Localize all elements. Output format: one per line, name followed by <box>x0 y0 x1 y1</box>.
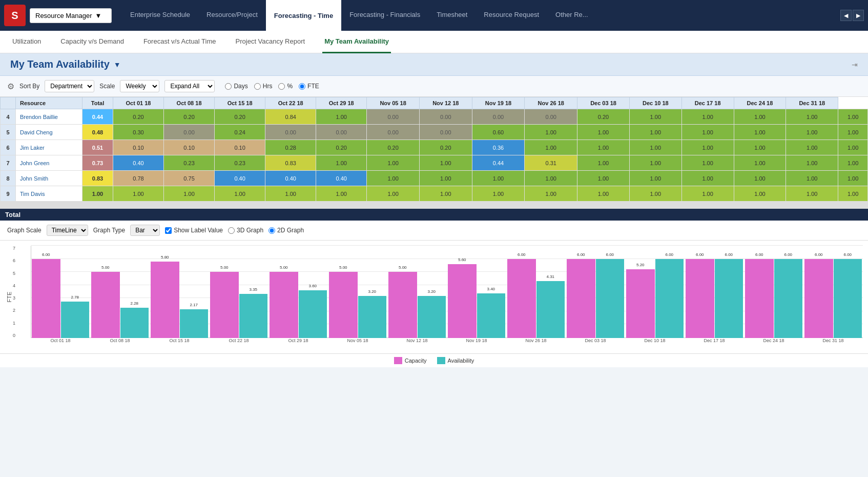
cell-value: 0.20 <box>577 109 630 125</box>
cell-value: 0.20 <box>215 109 265 125</box>
nav-item-other[interactable]: Other Re... <box>547 0 596 31</box>
col-dec10: Dec 10 18 <box>629 97 681 109</box>
capacity-bar: 6.00 <box>804 259 833 338</box>
resource-manager-label: Resource Manager <box>35 12 92 19</box>
collapse-icon[interactable]: ⇥ <box>852 61 858 69</box>
bar-group: 6.006.00 <box>685 246 744 338</box>
chart-section-title: Total <box>5 211 20 218</box>
cell-value: 1.00 <box>525 140 577 155</box>
cell-value: 1.00 <box>577 155 630 171</box>
page-title-dropdown-icon[interactable]: ▼ <box>114 61 121 69</box>
resource-name[interactable]: David Cheng <box>16 125 82 140</box>
availability-bar-label: 3.60 <box>308 284 317 288</box>
cell-value: 1.00 <box>577 140 630 155</box>
x-axis-label: Oct 15 18 <box>150 338 209 343</box>
legend-availability: Availability <box>437 357 474 364</box>
y-label-6: 6 <box>13 258 15 263</box>
col-dec03: Dec 03 18 <box>577 97 630 109</box>
cell-value: 0.28 <box>265 140 316 155</box>
radio-days[interactable]: Days <box>225 83 247 90</box>
cell-value: 1.00 <box>629 186 681 202</box>
sub-nav-project-vacancy[interactable]: Project Vacancy Report <box>234 31 307 53</box>
sub-nav-forecast-actual[interactable]: Forecast v/s Actual Time <box>141 31 218 53</box>
radio-hrs[interactable]: Hrs <box>254 83 273 90</box>
nav-item-forecasting-time[interactable]: Forecasting - Time <box>266 0 341 31</box>
y-label-7: 7 <box>13 246 15 251</box>
capacity-bar-label: 5.80 <box>161 255 169 260</box>
radio-percent[interactable]: % <box>278 83 293 90</box>
col-nov05: Nov 05 18 <box>367 97 420 109</box>
nav-item-timesheet[interactable]: Timesheet <box>428 0 476 31</box>
nav-arrow-right[interactable]: ▶ <box>853 10 864 21</box>
nav-item-forecasting-financials[interactable]: Forecasting - Financials <box>341 0 428 31</box>
cell-value: 1.00 <box>734 109 786 125</box>
x-axis-label: Oct 29 18 <box>268 338 328 343</box>
bar-group: 6.002.78 <box>31 246 90 338</box>
expand-select[interactable]: Expand All Collapse All <box>164 80 215 92</box>
cell-value: 1.00 <box>838 109 868 125</box>
chart-bars: 6.002.785.002.285.802.175.003.355.003.60… <box>31 246 863 338</box>
x-axis-label: Nov 26 18 <box>506 338 566 343</box>
radio-2d-graph[interactable]: 2D Graph <box>268 227 304 234</box>
radio-fte[interactable]: FTE <box>299 83 319 90</box>
y-label-2: 2 <box>13 308 15 313</box>
cell-value: 1.00 <box>419 155 472 171</box>
bar-group: 5.206.00 <box>625 246 685 338</box>
sub-nav-utilization[interactable]: Utilization <box>10 31 43 53</box>
sub-nav-my-team[interactable]: My Team Availability <box>322 31 391 53</box>
capacity-bar-label: 5.60 <box>458 257 466 262</box>
resource-name[interactable]: Tim Davis <box>16 186 82 202</box>
resource-name[interactable]: John Smith <box>16 171 82 186</box>
capacity-bar: 5.80 <box>151 262 179 338</box>
table-row: 4Brendon Baillie0.440.200.200.200.841.00… <box>1 109 868 125</box>
nav-item-enterprise-schedule[interactable]: Enterprise Schedule <box>122 0 198 31</box>
unit-radio-group: Days Hrs % FTE <box>225 83 319 90</box>
bar-group: 6.004.31 <box>506 246 566 338</box>
capacity-bar: 6.00 <box>507 259 536 338</box>
capacity-bar-label: 6.00 <box>518 252 526 257</box>
resource-name[interactable]: Brendon Baillie <box>16 109 82 125</box>
resource-manager-button[interactable]: Resource Manager ▼ <box>30 8 112 23</box>
show-label-checkbox[interactable]: Show Label Value <box>165 227 223 234</box>
col-nov12: Nov 12 18 <box>419 97 472 109</box>
row-number: 9 <box>1 186 16 202</box>
cell-value: 0.84 <box>265 109 316 125</box>
radio-3d-graph[interactable]: 3D Graph <box>228 227 263 234</box>
resource-name[interactable]: Jim Laker <box>16 140 82 155</box>
nav-item-resource-project[interactable]: Resource/Project <box>198 0 266 31</box>
cell-value: 1.00 <box>734 155 786 171</box>
scale-label: Scale <box>99 83 115 90</box>
legend-capacity-label: Capacity <box>405 357 427 364</box>
legend-capacity: Capacity <box>394 357 427 364</box>
sub-nav-capacity-demand[interactable]: Capacity v/s Demand <box>58 31 126 53</box>
col-num <box>1 97 16 109</box>
table-row: 6Jim Laker0.510.100.100.100.280.200.200.… <box>1 140 868 155</box>
cell-value: 0.31 <box>525 155 577 171</box>
nav-item-resource-request[interactable]: Resource Request <box>476 0 547 31</box>
cell-value: 0.60 <box>472 125 525 140</box>
cell-value: 1.00 <box>525 125 577 140</box>
cell-value: 1.00 <box>577 125 630 140</box>
cell-value: 0.00 <box>419 109 472 125</box>
scale-select[interactable]: Weekly Daily Monthly <box>120 80 159 92</box>
table-header-row: Resource Total Oct 01 18 Oct 08 18 Oct 1… <box>1 97 868 109</box>
capacity-bar: 6.00 <box>32 259 60 338</box>
total-value: 1.00 <box>82 186 113 202</box>
resource-name[interactable]: John Green <box>16 155 82 171</box>
nav-arrow-left[interactable]: ◀ <box>840 10 852 21</box>
cell-value: 0.36 <box>472 140 525 155</box>
horizontal-scrollbar[interactable] <box>0 202 868 209</box>
graph-scale-select[interactable]: TimeLine Monthly <box>47 225 88 236</box>
cell-value: 1.00 <box>681 125 734 140</box>
x-axis-label: Oct 22 18 <box>209 338 268 343</box>
y-label-1: 1 <box>13 321 15 326</box>
bar-group: 5.003.20 <box>387 246 447 338</box>
sort-by-select[interactable]: Department Name <box>45 80 94 92</box>
chart-section-header: Total <box>0 209 868 221</box>
cell-value: 0.75 <box>164 171 215 186</box>
graph-type-select[interactable]: Bar Line Area <box>130 225 160 236</box>
total-value: 0.83 <box>82 171 113 186</box>
y-label-5: 5 <box>13 271 15 276</box>
table-row: 7John Green0.730.400.230.230.831.001.001… <box>1 155 868 171</box>
cell-value: 0.20 <box>113 109 164 125</box>
